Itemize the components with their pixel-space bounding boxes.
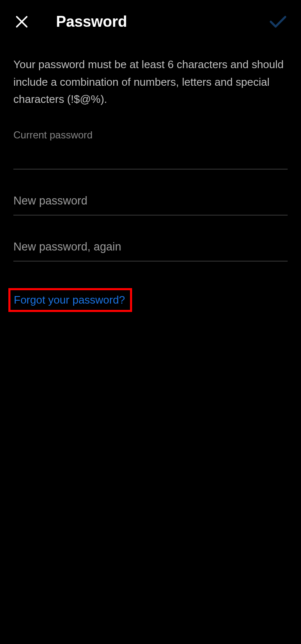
- current-password-input[interactable]: [13, 143, 288, 169]
- header: Password: [0, 0, 301, 39]
- content: Your password must be at least 6 charact…: [0, 39, 301, 312]
- new-password-input[interactable]: [13, 184, 288, 215]
- confirm-icon[interactable]: [268, 11, 288, 32]
- new-password-again-group: [13, 230, 288, 261]
- page-title: Password: [56, 13, 127, 31]
- forgot-password-highlight: Forgot your password?: [8, 288, 132, 312]
- new-password-group: [13, 184, 288, 215]
- new-password-again-input[interactable]: [13, 230, 288, 261]
- current-password-label: Current password: [13, 129, 288, 141]
- password-requirements-text: Your password must be at least 6 charact…: [13, 56, 288, 108]
- current-password-group: Current password: [13, 129, 288, 169]
- close-icon[interactable]: [13, 13, 31, 31]
- forgot-password-link[interactable]: Forgot your password?: [14, 294, 125, 306]
